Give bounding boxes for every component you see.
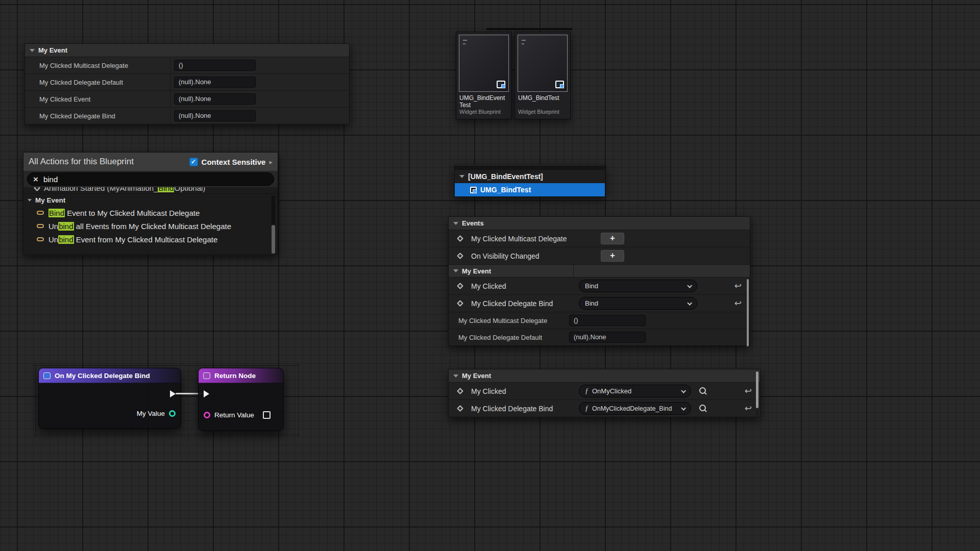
- property-row: My Clicked Delegate Default (null).None: [25, 73, 349, 90]
- action-item-label: Unbind Event from My Clicked Multicast D…: [48, 235, 217, 244]
- thumbnail-detail-mark: [522, 40, 526, 41]
- scrollbar-track[interactable]: [756, 370, 758, 416]
- node-header[interactable]: On My Clicked Delegate Bind: [39, 368, 181, 383]
- collapse-arrow-icon: [459, 175, 464, 178]
- animation-event-icon: [34, 187, 40, 191]
- pin-label: My Value: [137, 410, 165, 417]
- property-value-field[interactable]: (): [174, 60, 256, 71]
- chevron-down-icon: [687, 283, 692, 288]
- browse-to-function-icon[interactable]: [699, 387, 707, 395]
- event-node-icon: [43, 372, 51, 379]
- grid-guide-line: [34, 435, 299, 435]
- bool-default-checkbox[interactable]: [263, 411, 271, 419]
- context-sensitive-label: Context Sensitive: [202, 158, 266, 166]
- category-title: My Event: [462, 267, 491, 275]
- reset-to-default-icon[interactable]: ↩: [745, 404, 752, 413]
- delegate-pin-icon: [37, 237, 44, 241]
- add-event-button[interactable]: +: [601, 250, 624, 262]
- widget-blueprint-icon: [470, 187, 477, 193]
- details-panel-events: Events My Clicked Multicast Delegate + O…: [448, 216, 750, 346]
- widget-hierarchy-panel: [UMG_BindEventTest] UMG_BindTest: [454, 164, 605, 197]
- actions-category-label: My Event: [35, 196, 65, 204]
- actions-category-my-event[interactable]: My Event: [23, 194, 278, 206]
- scrollbar-thumb[interactable]: [272, 225, 275, 254]
- node-title: Return Node: [214, 372, 256, 380]
- asset-thumbnail[interactable]: [518, 35, 568, 92]
- category-header-my-event[interactable]: My Event: [449, 264, 750, 277]
- details-panel-my-event-bound: My Event My Clicked ƒ OnMyClicked ↩ My C…: [448, 369, 761, 417]
- all-actions-popup: All Actions for this Blueprint ✓ Context…: [23, 152, 278, 255]
- search-input[interactable]: × bind: [27, 172, 274, 186]
- event-row: My Clicked Multicast Delegate +: [449, 230, 750, 247]
- pin-label: Return Value: [214, 411, 254, 419]
- asset-type: Widget Blueprint: [456, 109, 511, 119]
- asset-name: UMG_BindTest: [515, 93, 570, 109]
- action-item-unbind-all-events[interactable]: Unbind all Events from My Clicked Multic…: [23, 219, 278, 233]
- dropdown-value: OnMyClicked: [592, 387, 631, 395]
- delegate-pin-icon: [37, 224, 44, 228]
- property-value-field[interactable]: (null).None: [569, 332, 646, 343]
- scrollbar-thumb[interactable]: [747, 279, 749, 346]
- search-bar-area: × bind: [23, 171, 278, 187]
- property-row: My Clicked Multicast Delegate (): [449, 312, 750, 329]
- input-pin-row: Return Value: [204, 411, 271, 419]
- reset-to-default-icon[interactable]: ↩: [734, 299, 742, 308]
- property-label: My Clicked Delegate Bind: [25, 112, 170, 120]
- return-node-icon: [203, 372, 210, 379]
- action-item-bind-event[interactable]: Bind Event to My Clicked Multicast Deleg…: [23, 206, 278, 219]
- clear-search-icon[interactable]: ×: [33, 175, 38, 184]
- tree-item-root[interactable]: [UMG_BindEventTest]: [455, 170, 605, 183]
- chevron-down-icon: [681, 406, 686, 411]
- node-header[interactable]: Return Node: [199, 368, 283, 383]
- category-title: My Event: [462, 372, 491, 380]
- clipped-tree-row: [455, 165, 605, 170]
- bind-dropdown[interactable]: Bind: [579, 280, 697, 292]
- action-item-label: Bind Event to My Clicked Multicast Deleg…: [48, 209, 200, 217]
- reset-to-default-icon[interactable]: ↩: [745, 387, 752, 395]
- dropdown-value: Bind: [585, 282, 598, 290]
- category-header-events[interactable]: Events: [449, 217, 750, 230]
- exec-input-pin[interactable]: [204, 390, 209, 397]
- node-on-my-clicked-delegate-bind[interactable]: On My Clicked Delegate Bind My Value: [38, 368, 181, 429]
- category-header-my-event[interactable]: My Event: [449, 369, 760, 382]
- my-value-output-pin[interactable]: [169, 410, 176, 417]
- scrollbar-thumb[interactable]: [756, 371, 758, 408]
- reset-to-default-icon[interactable]: ↩: [734, 282, 742, 290]
- event-delegate-icon: [457, 283, 463, 289]
- bound-function-dropdown[interactable]: ƒ OnMyClicked: [579, 385, 691, 397]
- bind-dropdown[interactable]: Bind: [579, 297, 697, 310]
- property-label: My Clicked Delegate Default: [25, 79, 170, 86]
- collapse-arrow-icon: [453, 222, 458, 225]
- node-return-node[interactable]: Return Node Return Value: [198, 368, 284, 431]
- add-event-button[interactable]: +: [601, 233, 624, 244]
- grid-guide-line: [34, 365, 299, 366]
- property-value-field[interactable]: (null).None: [174, 110, 256, 121]
- category-header-my-event[interactable]: My Event: [25, 44, 349, 57]
- dropdown-value: Bind: [585, 299, 598, 307]
- property-value-field[interactable]: (null).None: [174, 77, 256, 88]
- property-value-field[interactable]: (null).None: [174, 93, 256, 105]
- bound-function-dropdown[interactable]: ƒ OnMyClickedDelegate_Bind: [579, 402, 691, 415]
- scrollbar-track[interactable]: [272, 195, 275, 253]
- tree-item-label: UMG_BindTest: [480, 186, 531, 194]
- dropdown-value: OnMyClickedDelegate_Bind: [592, 405, 672, 412]
- asset-type: Widget Blueprint: [515, 109, 570, 119]
- action-item-unbind-event[interactable]: Unbind Event from My Clicked Multicast D…: [23, 233, 278, 246]
- context-sensitive-checkbox[interactable]: ✓: [189, 158, 198, 166]
- action-item-label: Animation Started (MyAnimation_BindOptio…: [44, 187, 205, 192]
- collapse-arrow-icon: [453, 374, 458, 378]
- browse-to-function-icon[interactable]: [699, 405, 707, 413]
- asset-card-umg-bindeventtest[interactable]: UMG_BindEventTest Widget Blueprint: [456, 32, 512, 119]
- asset-card-umg-bindtest[interactable]: UMG_BindTest Widget Blueprint: [514, 32, 571, 119]
- return-value-input-pin[interactable]: [204, 412, 210, 418]
- details-panel-my-event: My Event My Clicked Multicast Delegate (…: [24, 43, 350, 124]
- clipped-list-item[interactable]: Animation Started (MyAnimation_BindOptio…: [23, 187, 278, 194]
- category-title: My Event: [38, 46, 67, 54]
- collapse-arrow-icon: [28, 199, 32, 202]
- asset-thumbnail[interactable]: [459, 35, 509, 92]
- tree-item-selected[interactable]: UMG_BindTest: [455, 183, 605, 196]
- actions-list: Animation Started (MyAnimation_BindOptio…: [23, 187, 278, 255]
- property-value-field[interactable]: (): [569, 315, 646, 326]
- exec-output-pin[interactable]: [170, 390, 176, 397]
- chevron-right-icon[interactable]: ▸: [269, 158, 273, 166]
